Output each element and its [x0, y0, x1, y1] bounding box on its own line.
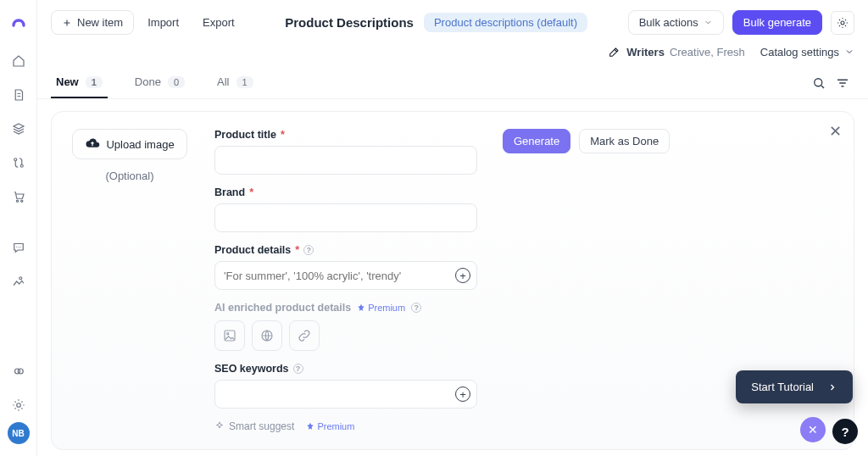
premium-badge: Premium [306, 421, 354, 431]
image-icon[interactable] [8, 270, 30, 292]
item-card: Upload image (Optional) Product title* B… [51, 111, 854, 450]
add-keyword-icon[interactable]: + [455, 386, 470, 402]
layers-icon[interactable] [8, 118, 30, 140]
left-sidebar: NB [0, 0, 37, 456]
search-icon[interactable] [807, 71, 831, 95]
premium-badge: Premium [357, 303, 405, 313]
page-title: Product Descriptions [285, 15, 414, 30]
ai-link-icon[interactable] [289, 320, 320, 351]
topbar: New item Import Export Product Descripti… [37, 0, 868, 42]
fab-help-button[interactable]: ? [832, 419, 858, 444]
svg-point-11 [227, 333, 229, 335]
tabs-row: New1 Done0 All1 [37, 67, 868, 99]
settings-gear-icon[interactable] [831, 11, 854, 35]
cloud-upload-icon [85, 136, 100, 152]
help-icon[interactable]: ? [411, 303, 421, 313]
document-icon[interactable] [8, 84, 30, 106]
svg-point-0 [14, 158, 16, 161]
settings-icon[interactable] [8, 394, 30, 416]
seo-keywords-input[interactable] [214, 380, 477, 409]
mark-done-button[interactable]: Mark as Done [579, 129, 670, 153]
new-item-button[interactable]: New item [51, 10, 134, 35]
svg-point-8 [841, 21, 844, 25]
close-card-icon[interactable]: ✕ [829, 122, 842, 141]
template-pill[interactable]: Product descriptions (default) [424, 13, 587, 32]
tab-new[interactable]: New1 [51, 67, 108, 98]
start-tutorial-button[interactable]: Start Tutorial [736, 370, 853, 403]
add-detail-icon[interactable]: + [455, 268, 470, 283]
export-button[interactable]: Export [192, 11, 245, 34]
help-icon[interactable]: ? [303, 245, 314, 255]
catalog-settings-dropdown[interactable]: Catalog settings [760, 46, 854, 58]
ai-image-icon[interactable] [214, 320, 245, 351]
product-title-label: Product title* [214, 129, 477, 141]
svg-point-1 [20, 164, 23, 167]
svg-point-3 [20, 200, 22, 202]
svg-point-4 [19, 277, 21, 280]
product-details-label: Product details* ? [214, 244, 477, 256]
generate-button[interactable]: Generate [503, 129, 570, 153]
upload-image-button[interactable]: Upload image [72, 129, 186, 159]
seo-keywords-label: SEO keywords ? [214, 363, 477, 375]
circles-icon[interactable] [8, 360, 30, 382]
fab-close-button[interactable]: ✕ [800, 417, 826, 442]
import-button[interactable]: Import [137, 11, 189, 34]
filter-icon[interactable] [831, 71, 854, 95]
bulk-actions-button[interactable]: Bulk actions [628, 10, 724, 35]
git-compare-icon[interactable] [8, 152, 30, 174]
writers-selector[interactable]: Writers Creative, Fresh [608, 45, 744, 58]
upload-optional-label: (Optional) [105, 170, 153, 182]
ai-globe-icon[interactable] [252, 320, 282, 351]
chevron-right-icon [827, 382, 837, 392]
bulk-generate-button[interactable]: Bulk generate [732, 10, 822, 35]
tab-done[interactable]: Done0 [130, 67, 190, 98]
svg-point-2 [16, 200, 18, 202]
smart-suggest-button[interactable]: Smart suggest [214, 420, 294, 432]
app-logo[interactable] [8, 10, 29, 31]
brand-label: Brand* [214, 186, 477, 198]
user-avatar[interactable]: NB [8, 422, 30, 444]
ai-enriched-label: AI enriched product details Premium ? [214, 302, 477, 314]
svg-point-7 [16, 403, 20, 408]
cart-icon[interactable] [8, 186, 30, 208]
chat-icon[interactable] [8, 236, 30, 259]
tab-all[interactable]: All1 [212, 67, 259, 98]
svg-point-6 [18, 369, 23, 374]
subheader: Writers Creative, Fresh Catalog settings [37, 42, 868, 67]
product-title-input[interactable] [214, 146, 477, 175]
product-details-input[interactable] [214, 261, 477, 290]
brand-input[interactable] [214, 203, 477, 232]
help-icon[interactable]: ? [293, 364, 303, 374]
svg-point-9 [815, 78, 822, 86]
home-icon[interactable] [8, 50, 30, 72]
